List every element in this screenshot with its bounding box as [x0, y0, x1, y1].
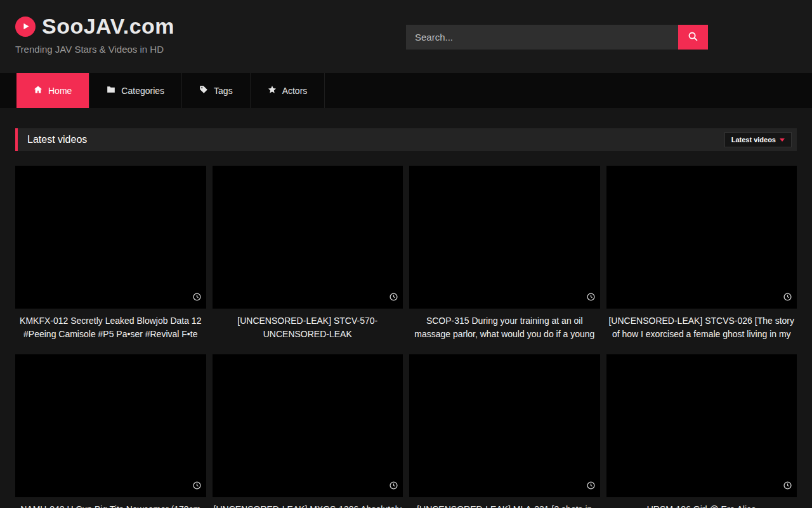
video-title[interactable]: KMKFX-012 Secretly Leaked Blowjob Data 1…: [15, 314, 206, 340]
nav-item-actors[interactable]: Actors: [251, 73, 325, 108]
search-form: [406, 25, 708, 50]
nav-label: Actors: [282, 86, 308, 96]
search-button[interactable]: [678, 25, 708, 50]
clock-icon: [193, 481, 201, 492]
nav-label: Home: [48, 86, 72, 96]
nav-item-tags[interactable]: Tags: [182, 73, 251, 108]
sort-dropdown-label: Latest videos: [731, 136, 776, 144]
video-grid: KMKFX-012 Secretly Leaked Blowjob Data 1…: [15, 166, 797, 508]
site-title[interactable]: SooJAV.com: [42, 14, 174, 39]
section-header: Latest videos Latest videos: [15, 128, 797, 151]
star-icon: [268, 85, 277, 96]
tag-icon: [199, 85, 208, 96]
video-thumbnail[interactable]: [15, 166, 206, 309]
video-thumbnail[interactable]: [409, 166, 600, 309]
clock-icon: [587, 481, 595, 492]
site-header: SooJAV.com Trending JAV Stars & Videos i…: [0, 0, 812, 73]
video-card[interactable]: [UNCENSORED-LEAK] MXGS-1306 Absolutely: [213, 354, 403, 508]
video-card[interactable]: SCOP-315 During your training at an oil …: [409, 166, 600, 340]
video-thumbnail[interactable]: [213, 166, 403, 309]
video-title[interactable]: URSM-186 Girl @ Era Alice: [606, 503, 797, 508]
video-thumbnail[interactable]: [606, 166, 797, 309]
search-input[interactable]: [406, 25, 678, 50]
search-icon: [688, 31, 698, 44]
video-card[interactable]: [UNCENSORED-LEAK] STCV-570-UNCENSORED-LE…: [213, 166, 403, 340]
section-title: Latest videos: [18, 134, 87, 145]
video-thumbnail[interactable]: [409, 354, 600, 497]
video-card[interactable]: KMKFX-012 Secretly Leaked Blowjob Data 1…: [15, 166, 206, 340]
video-card[interactable]: URSM-186 Girl @ Era Alice: [606, 354, 797, 508]
video-thumbnail[interactable]: [15, 354, 206, 497]
video-card[interactable]: NAMH-042 H Cup Big Tits Newcomer (170cm …: [15, 354, 206, 508]
video-card[interactable]: [UNCENSORED-LEAK] STCVS-026 [The story o…: [606, 166, 797, 340]
nav-item-home[interactable]: Home: [16, 73, 89, 108]
video-title[interactable]: SCOP-315 During your training at an oil …: [409, 314, 600, 340]
clock-icon: [193, 292, 201, 304]
video-thumbnail[interactable]: [213, 354, 403, 497]
clock-icon: [783, 481, 792, 492]
video-title[interactable]: NAMH-042 H Cup Big Tits Newcomer (170cm …: [15, 503, 206, 508]
clock-icon: [390, 292, 398, 304]
nav-label: Categories: [121, 86, 164, 96]
nav-label: Tags: [214, 86, 233, 96]
home-icon: [34, 85, 43, 96]
sort-dropdown[interactable]: Latest videos: [724, 132, 792, 147]
video-thumbnail[interactable]: [606, 354, 797, 497]
nav-item-categories[interactable]: Categories: [89, 73, 182, 108]
clock-icon: [390, 481, 398, 492]
clock-icon: [587, 292, 595, 304]
video-title[interactable]: [UNCENSORED-LEAK] MXGS-1306 Absolutely: [213, 503, 403, 508]
chevron-down-icon: [780, 138, 785, 142]
play-logo-icon: [15, 17, 36, 37]
folder-icon: [107, 85, 115, 96]
main-nav: Home Categories Tags Actors: [0, 73, 812, 108]
video-title[interactable]: [UNCENSORED-LEAK] STCV-570-UNCENSORED-LE…: [213, 314, 403, 340]
video-title[interactable]: [UNCENSORED-LEAK] MLA-231 [3 shots in: [409, 503, 600, 508]
clock-icon: [783, 292, 792, 304]
video-card[interactable]: [UNCENSORED-LEAK] MLA-231 [3 shots in: [409, 354, 600, 508]
video-title[interactable]: [UNCENSORED-LEAK] STCVS-026 [The story o…: [606, 314, 797, 340]
